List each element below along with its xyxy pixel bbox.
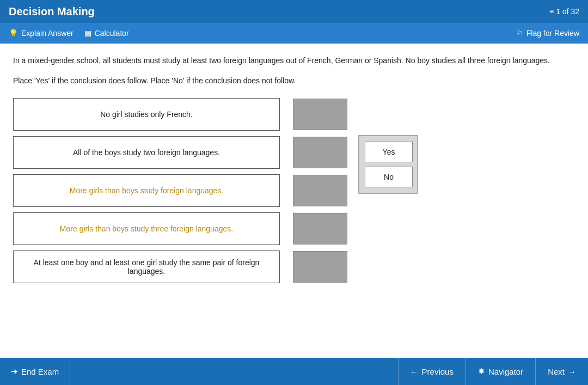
yes-option-button[interactable]: Yes [365,142,413,162]
scenario-text: In a mixed-gender school, all students m… [13,54,575,66]
header-bottom: 💡 Explain Answer ▤ Calculator ⚐ Flag for… [0,23,588,44]
main-content: In a mixed-gender school, all students m… [0,44,588,358]
counter-icon: ≡ [549,7,554,16]
statement-row: At least one boy and at least one girl s… [13,250,347,283]
flag-icon: ⚐ [516,29,523,38]
instruction-text: Place 'Yes' if the conclusion does follo… [13,76,575,85]
prev-arrow-icon: ← [411,367,419,376]
answer-drop-stmt5[interactable] [293,251,347,283]
explain-answer-button[interactable]: 💡 Explain Answer [9,29,74,38]
previous-button[interactable]: ← Previous [398,358,465,385]
question-counter: ≡ 1 of 32 [549,7,579,16]
answer-drop-stmt4[interactable] [293,213,347,245]
next-arrow-icon: → [568,367,576,376]
answer-drop-stmt1[interactable] [293,99,347,130]
options-panel: Yes No [358,135,418,194]
statement-box-stmt5: At least one boy and at least one girl s… [13,250,280,283]
statement-box-stmt2: All of the boys study two foreign langua… [13,136,280,169]
no-option-button[interactable]: No [365,167,413,187]
flag-review-button[interactable]: ⚐ Flag for Review [516,29,579,38]
page-title: Decision Making [9,5,95,18]
statement-box-stmt3: More girls than boys study foreign langu… [13,174,280,207]
header-top: Decision Making ≡ 1 of 32 [0,0,588,23]
statement-box-stmt4: More girls than boys study three foreign… [13,212,280,245]
calculator-icon: ▤ [84,29,91,38]
scenario-body: n a mixed-gender school, all students mu… [15,56,550,65]
statement-row: More girls than boys study three foreign… [13,212,347,245]
answer-drop-stmt2[interactable] [293,137,347,168]
nav-icon: ✸ [478,366,485,376]
calculator-button[interactable]: ▤ Calculator [84,29,129,38]
navigator-button[interactable]: ✸ Navigator [465,358,535,385]
statements-container: No girl studies only French.All of the b… [13,98,347,283]
footer-right: ← Previous ✸ Navigator Next → [398,358,588,385]
exit-icon: ➔ [11,366,18,376]
answer-drop-stmt3[interactable] [293,175,347,206]
statement-row: All of the boys study two foreign langua… [13,136,347,169]
statement-box-stmt1: No girl studies only French. [13,98,280,131]
explain-icon: 💡 [9,29,18,38]
questions-area: No girl studies only French.All of the b… [13,98,575,283]
statement-row: No girl studies only French. [13,98,347,131]
statement-row: More girls than boys study foreign langu… [13,174,347,207]
footer: ➔ End Exam ← Previous ✸ Navigator Next → [0,358,588,385]
statements-and-drops: No girl studies only French.All of the b… [13,98,347,283]
footer-left: ➔ End Exam [0,358,70,385]
next-button[interactable]: Next → [535,358,588,385]
header-left-actions: 💡 Explain Answer ▤ Calculator [9,29,129,38]
end-exam-button[interactable]: ➔ End Exam [0,358,70,385]
